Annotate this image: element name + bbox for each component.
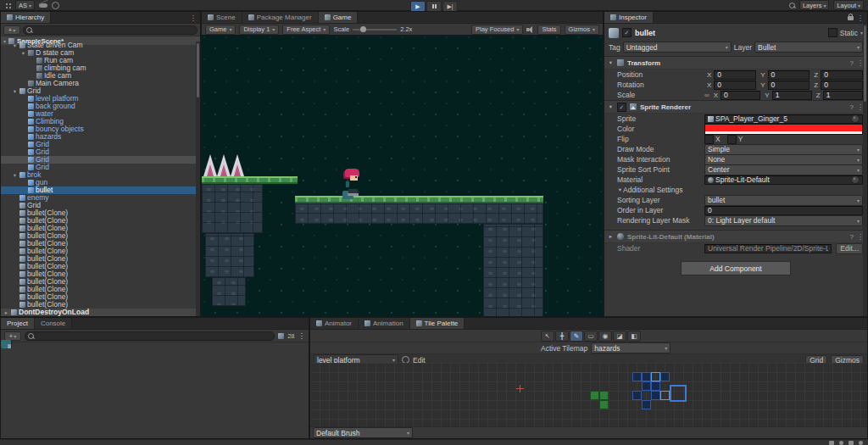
order-in-layer-field[interactable]: 0 bbox=[704, 206, 863, 215]
view-tab[interactable]: Game bbox=[319, 12, 359, 23]
create-asset-button[interactable]: +▾ bbox=[4, 331, 21, 341]
collab-icon[interactable] bbox=[849, 441, 854, 445]
panel-tab[interactable]: Animator bbox=[310, 318, 359, 329]
view-tab[interactable]: Scene bbox=[202, 12, 242, 23]
foldout-arrow-icon[interactable]: ▾ bbox=[617, 186, 623, 193]
grid-view-icon[interactable] bbox=[278, 333, 284, 339]
menu-dots-icon[interactable]: ⋮ bbox=[857, 14, 865, 22]
rotation-z-field[interactable]: 0 bbox=[821, 81, 863, 90]
scale-link-icon[interactable]: ∞ bbox=[704, 92, 709, 99]
layers-dropdown[interactable]: Layers ▾ bbox=[799, 0, 830, 10]
gizmos-dropdown[interactable]: Gizmos▾ bbox=[565, 25, 599, 35]
object-picker-icon[interactable] bbox=[851, 114, 860, 123]
game-viewport[interactable] bbox=[202, 35, 603, 316]
hierarchy-item[interactable]: bouncy objects bbox=[1, 125, 196, 133]
foldout-arrow-icon[interactable]: ▾ bbox=[12, 42, 18, 49]
sort-point-dropdown[interactable]: Center▾ bbox=[704, 164, 863, 175]
additional-settings-row[interactable]: ▾ Additional Settings bbox=[604, 185, 867, 195]
flip-x-checkbox[interactable] bbox=[704, 135, 714, 144]
foldout-arrow-icon[interactable]: ▾ bbox=[3, 345, 6, 348]
hierarchy-item[interactable]: water bbox=[1, 110, 196, 118]
tag-dropdown[interactable]: Untagged▾ bbox=[623, 42, 732, 53]
painted-tile[interactable] bbox=[651, 381, 660, 391]
painted-tile[interactable] bbox=[599, 400, 609, 409]
hierarchy-item[interactable]: level platform bbox=[1, 95, 196, 103]
painted-tile[interactable] bbox=[590, 391, 599, 400]
aspect-dropdown[interactable]: Free Aspect▾ bbox=[282, 25, 330, 35]
tile-tool-button[interactable]: ◧ bbox=[627, 331, 641, 342]
menu-dots-icon[interactable]: ⋮ bbox=[190, 14, 198, 22]
sprite-object-field[interactable]: SPA_Player_Ginger_5 bbox=[704, 114, 863, 124]
material-section-header[interactable]: ▸ Sprite-Lit-Default (Material) ? ⋮ bbox=[604, 230, 867, 243]
hierarchy-item[interactable]: ▾ D state cam bbox=[1, 49, 196, 57]
scale-slider[interactable] bbox=[353, 29, 397, 31]
panel-tab[interactable]: Tile Palette bbox=[410, 318, 465, 329]
painted-tile[interactable] bbox=[632, 372, 642, 381]
hierarchy-item[interactable]: Grid bbox=[1, 148, 196, 156]
help-icon[interactable]: ? bbox=[850, 59, 854, 67]
active-tilemap-dropdown[interactable]: hazards▾ bbox=[591, 342, 670, 353]
hierarchy-scrollbar[interactable] bbox=[196, 42, 200, 316]
create-object-button[interactable]: +▾ bbox=[3, 25, 20, 35]
painted-tile[interactable] bbox=[599, 391, 609, 400]
position-x-field[interactable]: 0 bbox=[714, 70, 756, 80]
panel-tab[interactable]: Animation bbox=[359, 318, 410, 329]
hierarchy-item[interactable]: Grid bbox=[1, 156, 196, 164]
scale-x-field[interactable]: 0 bbox=[721, 91, 760, 100]
hierarchy-item[interactable]: Idle cam bbox=[1, 72, 196, 80]
scale-z-field[interactable]: 1 bbox=[823, 91, 863, 100]
project-search-input[interactable] bbox=[25, 331, 275, 341]
hierarchy-item[interactable]: ▾ brok bbox=[1, 171, 196, 179]
transform-header[interactable]: ▾ Transform ? ⋮ bbox=[604, 56, 867, 70]
stats-button[interactable]: Stats bbox=[537, 25, 560, 35]
material-object-field[interactable]: Sprite-Lit-Default bbox=[704, 175, 863, 185]
layer-dropdown[interactable]: Bullet▾ bbox=[754, 42, 863, 53]
display-dropdown[interactable]: Display 1▾ bbox=[239, 25, 279, 35]
tile-tool-button[interactable]: ▭ bbox=[584, 331, 598, 342]
painted-tile[interactable] bbox=[651, 391, 660, 400]
scale-y-field[interactable]: 1 bbox=[772, 91, 812, 100]
rotation-y-field[interactable]: 0 bbox=[768, 81, 810, 90]
gameobject-name[interactable]: bullet bbox=[635, 29, 655, 37]
hierarchy-search-input[interactable] bbox=[23, 25, 198, 35]
foldout-arrow-icon[interactable]: ▾ bbox=[12, 171, 18, 179]
position-y-field[interactable]: 0 bbox=[768, 70, 810, 80]
app-menu-icon[interactable] bbox=[4, 2, 11, 8]
object-picker-icon[interactable] bbox=[851, 175, 860, 184]
shader-dropdown[interactable]: Universal Render Pipeline/2D/Sprite-Lit-… bbox=[704, 244, 832, 253]
tile-tool-button[interactable]: ✎ bbox=[570, 331, 583, 342]
services-icon[interactable] bbox=[52, 2, 59, 9]
lock-icon[interactable] bbox=[848, 16, 854, 20]
hierarchy-item[interactable]: ▾ Grid bbox=[1, 87, 196, 95]
hierarchy-item[interactable]: Run cam bbox=[1, 57, 196, 64]
view-tab[interactable]: Package Manager bbox=[242, 12, 319, 23]
cloud-status-icon[interactable] bbox=[39, 3, 47, 8]
mute-audio-icon[interactable] bbox=[526, 26, 534, 33]
foldout-arrow-icon[interactable]: ▾ bbox=[608, 103, 614, 110]
painted-tile[interactable] bbox=[642, 372, 651, 381]
foldout-arrow-icon[interactable]: ▸ bbox=[608, 233, 614, 240]
hierarchy-item[interactable]: gun bbox=[1, 179, 196, 186]
tile-palette-canvas[interactable] bbox=[310, 363, 867, 427]
panel-tab[interactable]: Console bbox=[35, 318, 72, 329]
project-tree-item[interactable]: ▾ Assets bbox=[1, 345, 11, 348]
hierarchy-item[interactable]: ▾ State driven Cam bbox=[1, 42, 196, 49]
tab-hierarchy[interactable]: Hierarchy bbox=[1, 12, 51, 23]
component-enabled-checkbox[interactable]: ✓ bbox=[617, 103, 626, 112]
shader-edit-button[interactable]: Edit... bbox=[836, 243, 863, 254]
foldout-arrow-icon[interactable]: ▾ bbox=[608, 59, 614, 66]
static-checkbox[interactable] bbox=[828, 28, 837, 37]
menu-dots-icon[interactable]: ⋮ bbox=[298, 331, 306, 340]
painted-tile[interactable] bbox=[642, 381, 651, 391]
position-z-field[interactable]: 0 bbox=[821, 70, 863, 80]
inspector-scrollbar[interactable] bbox=[863, 24, 867, 316]
tile-tool-button[interactable]: ◉ bbox=[598, 331, 612, 342]
help-icon[interactable]: ? bbox=[850, 103, 854, 111]
tile-tool-button[interactable]: ◪ bbox=[613, 331, 626, 342]
foldout-arrow-icon[interactable]: ▾ bbox=[20, 49, 26, 57]
tile-tool-button[interactable]: ↖ bbox=[541, 331, 554, 342]
focus-mode-dropdown[interactable]: Play Focused▾ bbox=[471, 25, 523, 35]
progress-icon[interactable] bbox=[839, 441, 843, 445]
account-button[interactable]: AS ▾ bbox=[15, 0, 35, 10]
active-checkbox[interactable]: ✓ bbox=[622, 28, 632, 37]
